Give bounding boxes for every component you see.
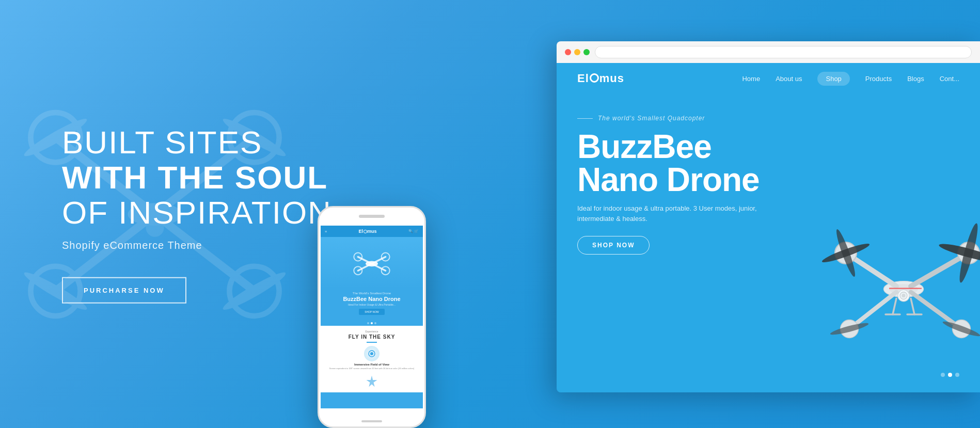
svg-point-24	[370, 352, 373, 355]
headline-line2: WITH THE SOUL	[62, 160, 332, 195]
browser-dot-yellow[interactable]	[574, 49, 580, 55]
pagination-dot-2[interactable]	[948, 373, 952, 377]
phone-mockup: ≡ Elmus 🔍 🛒	[318, 206, 426, 428]
svg-marker-25	[367, 376, 377, 387]
phone-speaker	[359, 215, 385, 218]
phone-bottom-section: Experience FLY IN THE SKY Immersive Fiel…	[321, 326, 423, 392]
phone-hero-desc: Ideal For Indoor Usage & Ultra Portable.…	[325, 303, 419, 306]
phone-home-indicator	[361, 420, 382, 422]
site-hero-desc: Ideal for indoor usage & ultra portable.…	[577, 203, 773, 224]
hero-section: BUILT SITES WITH THE SOUL OF INSPIRATION…	[0, 0, 980, 428]
svg-line-46	[893, 298, 896, 314]
svg-line-47	[911, 298, 914, 314]
site-nav: Home About us Shop Products Blogs Cont..…	[742, 72, 959, 86]
browser-url-bar[interactable]	[595, 46, 972, 58]
nav-link-blogs[interactable]: Blogs	[907, 75, 924, 83]
nav-link-home[interactable]: Home	[742, 75, 760, 83]
svg-point-30	[902, 294, 906, 297]
site-pagination	[941, 373, 959, 377]
phone-hero-small-text: The World's Smallest Drone	[325, 292, 419, 295]
phone-feature: Immersive Field of View Screen equivalen…	[325, 346, 419, 370]
phone-logo: Elmus	[359, 229, 377, 234]
phone-cta[interactable]: SHOP NOW	[359, 309, 385, 315]
site-navbar: Elmus Home About us Shop Products Blogs …	[557, 63, 980, 94]
left-content: BUILT SITES WITH THE SOUL OF INSPIRATION…	[62, 124, 332, 304]
browser-dot-red[interactable]	[565, 49, 571, 55]
nav-link-products[interactable]: Products	[865, 75, 892, 83]
pagination-dot-1[interactable]	[941, 373, 945, 377]
site-shop-button[interactable]: SHOP NOW	[577, 236, 650, 255]
browser-chrome	[557, 41, 980, 63]
phone-screen: ≡ Elmus 🔍 🛒	[321, 226, 423, 408]
site-hero-small-text: The world's Smallest Quadcopter	[577, 115, 959, 122]
phone-hero-image	[321, 237, 423, 289]
browser-drone	[810, 217, 980, 361]
nav-link-shop[interactable]: Shop	[817, 72, 849, 86]
pagination-dot-3[interactable]	[955, 373, 959, 377]
site-logo: Elmus	[577, 72, 624, 85]
browser-dot-green[interactable]	[583, 49, 590, 55]
nav-link-about[interactable]: About us	[776, 75, 802, 83]
site-hero-title: BuzzBee Nano Drone	[577, 130, 959, 196]
browser-dots	[565, 49, 590, 55]
browser-content: Elmus Home About us Shop Products Blogs …	[557, 63, 980, 392]
purchase-button[interactable]: PURCHARSE NOW	[62, 277, 186, 304]
nav-link-contact[interactable]: Cont...	[940, 75, 959, 83]
hero-subtitle: Shopify eCommerce Theme	[62, 240, 332, 251]
headline-line3: OF INSPIRATION	[62, 195, 332, 230]
browser-mockup: Elmus Home About us Shop Products Blogs …	[557, 41, 980, 392]
phone-hero-title: BuzzBee Nano Drone	[325, 296, 419, 302]
phone-nav: ≡ Elmus 🔍 🛒	[321, 226, 423, 237]
headline-line1: BUILT SITES	[62, 124, 332, 160]
